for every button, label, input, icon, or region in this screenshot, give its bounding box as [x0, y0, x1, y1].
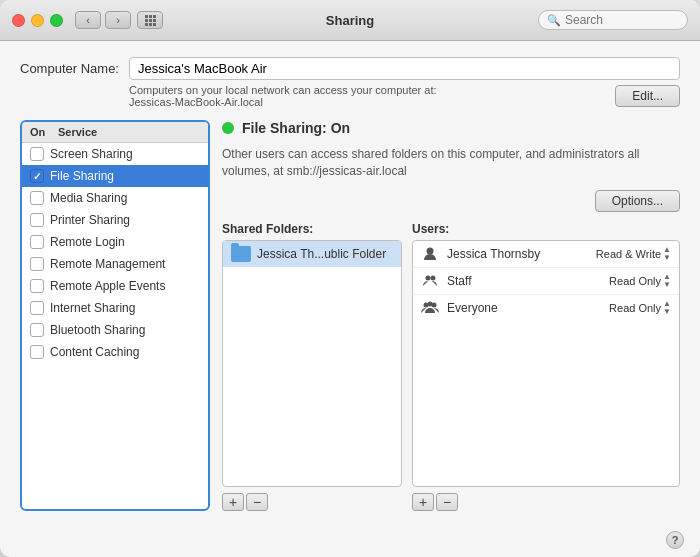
- folders-users-row: Shared Folders: Jessica Th...ublic Folde…: [222, 222, 680, 511]
- service-checkbox-internet-sharing[interactable]: [30, 301, 44, 315]
- user-item-staff[interactable]: Staff Read Only ▲▼: [413, 268, 679, 295]
- folders-add-remove-row: + −: [222, 493, 402, 511]
- traffic-lights: [12, 14, 63, 27]
- folder-remove-button[interactable]: −: [246, 493, 268, 511]
- user-item-everyone[interactable]: Everyone Read Only ▲▼: [413, 295, 679, 321]
- permission-select-staff[interactable]: Read Only ▲▼: [609, 273, 671, 289]
- user-name-everyone: Everyone: [447, 301, 601, 315]
- file-sharing-header: File Sharing: On: [222, 120, 680, 136]
- user-name-staff: Staff: [447, 274, 601, 288]
- local-address-value: Jessicas-MacBook-Air.local: [129, 96, 263, 108]
- bottom-bar: ?: [0, 527, 700, 557]
- service-checkbox-remote-management[interactable]: [30, 257, 44, 271]
- file-sharing-title: File Sharing: On: [242, 120, 350, 136]
- user-remove-button[interactable]: −: [436, 493, 458, 511]
- service-item-printer-sharing[interactable]: Printer Sharing: [22, 209, 208, 231]
- users-label: Users:: [412, 222, 680, 236]
- service-item-bluetooth-sharing[interactable]: Bluetooth Sharing: [22, 319, 208, 341]
- computer-name-right: Computers on your local network can acce…: [129, 57, 680, 108]
- search-box[interactable]: 🔍: [538, 10, 688, 30]
- service-name-printer-sharing: Printer Sharing: [50, 213, 130, 227]
- edit-button[interactable]: Edit...: [615, 85, 680, 107]
- service-item-remote-apple-events[interactable]: Remote Apple Events: [22, 275, 208, 297]
- service-item-internet-sharing[interactable]: Internet Sharing: [22, 297, 208, 319]
- titlebar: ‹ › Sharing 🔍: [0, 0, 700, 41]
- service-checkbox-printer-sharing[interactable]: [30, 213, 44, 227]
- svg-point-5: [432, 302, 437, 307]
- service-checkbox-bluetooth-sharing[interactable]: [30, 323, 44, 337]
- shared-folders-label: Shared Folders:: [222, 222, 402, 236]
- grid-icon: [145, 15, 156, 26]
- window-title: Sharing: [326, 13, 374, 28]
- perm-arrows-staff: ▲▼: [663, 273, 671, 289]
- perm-arrows-jessica: ▲▼: [663, 246, 671, 262]
- users-list: Jessica Thornsby Read & Write ▲▼: [412, 240, 680, 487]
- services-header-service: Service: [58, 126, 200, 138]
- folders-list: Jessica Th...ublic Folder: [222, 240, 402, 487]
- service-checkbox-media-sharing[interactable]: [30, 191, 44, 205]
- local-address-prefix: Computers on your local network can acce…: [129, 84, 437, 96]
- service-name-media-sharing: Media Sharing: [50, 191, 127, 205]
- maximize-button[interactable]: [50, 14, 63, 27]
- main-panel: On Service Screen Sharing File Sharing: [20, 120, 680, 511]
- service-name-remote-login: Remote Login: [50, 235, 125, 249]
- user-icon-staff: [421, 272, 439, 290]
- user-add-button[interactable]: +: [412, 493, 434, 511]
- users-add-remove-row: + −: [412, 493, 680, 511]
- services-list: Screen Sharing File Sharing Media Sharin…: [22, 143, 208, 509]
- computer-name-input[interactable]: [129, 57, 680, 80]
- perm-arrows-everyone: ▲▼: [663, 300, 671, 316]
- service-item-remote-management[interactable]: Remote Management: [22, 253, 208, 275]
- computer-name-label: Computer Name:: [20, 57, 119, 76]
- services-panel: On Service Screen Sharing File Sharing: [20, 120, 210, 511]
- user-icon-jessica: [421, 245, 439, 263]
- nav-buttons: ‹ ›: [75, 11, 131, 29]
- grid-button[interactable]: [137, 11, 163, 29]
- content-area: Computer Name: Computers on your local n…: [0, 41, 700, 527]
- service-checkbox-screen-sharing[interactable]: [30, 147, 44, 161]
- service-checkbox-remote-login[interactable]: [30, 235, 44, 249]
- main-window: ‹ › Sharing 🔍 Computer Name: Comput: [0, 0, 700, 557]
- user-name-jessica: Jessica Thornsby: [447, 247, 588, 261]
- search-icon: 🔍: [547, 14, 561, 27]
- service-item-media-sharing[interactable]: Media Sharing: [22, 187, 208, 209]
- service-checkbox-content-caching[interactable]: [30, 345, 44, 359]
- minimize-button[interactable]: [31, 14, 44, 27]
- folder-icon: [231, 246, 251, 262]
- service-item-content-caching[interactable]: Content Caching: [22, 341, 208, 363]
- forward-button[interactable]: ›: [105, 11, 131, 29]
- folder-add-button[interactable]: +: [222, 493, 244, 511]
- svg-point-0: [427, 247, 434, 254]
- close-button[interactable]: [12, 14, 25, 27]
- local-address-row: Computers on your local network can acce…: [129, 84, 680, 108]
- file-sharing-description: Other users can access shared folders on…: [222, 146, 680, 180]
- service-item-remote-login[interactable]: Remote Login: [22, 231, 208, 253]
- svg-point-2: [431, 275, 436, 280]
- detail-panel: File Sharing: On Other users can access …: [222, 120, 680, 511]
- service-item-file-sharing[interactable]: File Sharing: [22, 165, 208, 187]
- options-button[interactable]: Options...: [595, 190, 680, 212]
- permission-value-everyone: Read Only: [609, 302, 661, 314]
- users-section: Users: Jessica Thornsby: [412, 222, 680, 511]
- folder-item[interactable]: Jessica Th...ublic Folder: [223, 241, 401, 267]
- permission-value-jessica: Read & Write: [596, 248, 661, 260]
- service-name-content-caching: Content Caching: [50, 345, 139, 359]
- computer-name-row: Computer Name: Computers on your local n…: [20, 57, 680, 108]
- user-item-jessica[interactable]: Jessica Thornsby Read & Write ▲▼: [413, 241, 679, 268]
- service-name-remote-management: Remote Management: [50, 257, 165, 271]
- permission-select-jessica[interactable]: Read & Write ▲▼: [596, 246, 671, 262]
- service-checkbox-remote-apple-events[interactable]: [30, 279, 44, 293]
- help-button[interactable]: ?: [666, 531, 684, 549]
- folders-section: Shared Folders: Jessica Th...ublic Folde…: [222, 222, 402, 511]
- service-item-screen-sharing[interactable]: Screen Sharing: [22, 143, 208, 165]
- local-address-text: Computers on your local network can acce…: [129, 84, 605, 108]
- services-header: On Service: [22, 122, 208, 143]
- service-checkbox-file-sharing[interactable]: [30, 169, 44, 183]
- search-input[interactable]: [565, 13, 679, 27]
- service-name-internet-sharing: Internet Sharing: [50, 301, 135, 315]
- back-button[interactable]: ‹: [75, 11, 101, 29]
- service-name-file-sharing: File Sharing: [50, 169, 114, 183]
- permission-select-everyone[interactable]: Read Only ▲▼: [609, 300, 671, 316]
- folder-name: Jessica Th...ublic Folder: [257, 247, 386, 261]
- service-name-bluetooth-sharing: Bluetooth Sharing: [50, 323, 145, 337]
